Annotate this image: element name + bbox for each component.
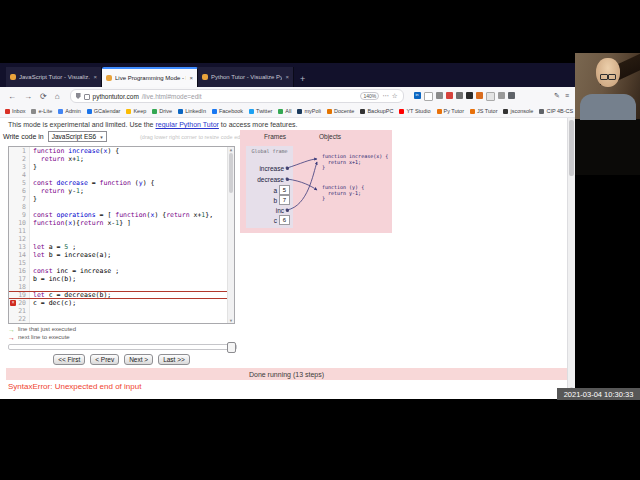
code-line[interactable]: 21 (9, 307, 234, 315)
reload-icon[interactable]: ⟳ (40, 92, 47, 101)
url-bar[interactable]: pythontutor.com /live.html#mode=edit 140… (70, 89, 404, 103)
code-line[interactable]: 17b = inc(b); (9, 275, 234, 283)
bookmark-item[interactable]: Inbox (5, 108, 25, 114)
code-line[interactable]: 6 return y-1; (9, 187, 234, 195)
orange-extension-icon[interactable] (476, 92, 483, 99)
bookmark-label: Docente (334, 108, 355, 114)
code-text (30, 171, 33, 179)
code-editor[interactable]: 1function increase(x) {2 return x+1;3}45… (8, 146, 235, 324)
code-line[interactable]: 11 (9, 227, 234, 235)
bookmark-item[interactable]: All (278, 108, 291, 114)
code-line[interactable]: 5const decrease = function (y) { (9, 179, 234, 187)
bookmark-favicon-icon (327, 109, 332, 114)
screen: JavaScript Tutor - Visualiz...×Live Prog… (0, 0, 640, 480)
code-line[interactable]: 7} (9, 195, 234, 203)
code-token: return (80, 219, 103, 227)
code-line[interactable]: 8 (9, 203, 234, 211)
code-line[interactable]: 22 (9, 315, 234, 323)
step-button[interactable]: < Prev (90, 354, 119, 365)
people-extension-icon[interactable] (508, 92, 515, 99)
language-select[interactable]: JavaScript ES6 ▾ (48, 131, 107, 142)
scroll-up-icon[interactable]: ▲ (228, 147, 234, 152)
tab-close-icon[interactable]: × (285, 74, 289, 80)
pocket-extension-icon[interactable] (446, 92, 453, 99)
editor-scrollbar[interactable]: ▲ ▼ (227, 147, 234, 323)
forward-icon[interactable]: → (24, 92, 32, 101)
bookmark-item[interactable]: Twitter (249, 108, 272, 114)
bookmark-item[interactable]: myPoli (297, 108, 321, 114)
bookmark-item[interactable]: Drive (152, 108, 172, 114)
code-text: } (30, 163, 37, 171)
code-line[interactable]: 15 (9, 259, 234, 267)
code-token: c = dec(c); (33, 299, 76, 307)
browser-tab[interactable]: JavaScript Tutor - Visualiz...× (6, 67, 102, 87)
code-text: b = inc(b); (30, 275, 76, 283)
resize-hint: (drag lower right corner to resize code … (140, 134, 250, 140)
code-line[interactable]: 13let a = 5 ; (9, 243, 234, 251)
circle-extension-icon[interactable] (436, 92, 443, 99)
bookmark-item[interactable]: Docente (327, 108, 355, 114)
page-scroll-thumb[interactable] (569, 120, 574, 176)
step-button[interactable]: Next > (124, 354, 153, 365)
code-line[interactable]: 12 (9, 235, 234, 243)
home-icon[interactable]: ⌂ (55, 92, 60, 101)
screenshot-extension-icon[interactable] (424, 92, 433, 101)
page-actions-icon[interactable]: ⋯ (382, 92, 389, 100)
bookmark-item[interactable]: JS Tutor (470, 108, 497, 114)
linkedin-extension-icon[interactable]: in (414, 92, 421, 99)
code-lines[interactable]: 1function increase(x) {2 return x+1;3}45… (9, 147, 234, 323)
code-line[interactable]: 10function(x){return x-1} ] (9, 219, 234, 227)
line-number: 5 (9, 179, 30, 187)
bookmark-item[interactable]: LinkedIn (178, 108, 206, 114)
step-button[interactable]: << First (53, 354, 85, 365)
bookmark-favicon-icon (470, 109, 475, 114)
light-extension-icon[interactable] (486, 92, 495, 101)
bookmark-label: myPoli (304, 108, 321, 114)
bookmark-item[interactable]: GCalendar (87, 108, 121, 114)
bookmark-favicon-icon (58, 109, 63, 114)
edit-toolbar-icon[interactable]: ✎ (554, 92, 560, 100)
bookmark-star-icon[interactable]: ☆ (392, 92, 398, 100)
editor-scroll-thumb[interactable] (229, 153, 233, 193)
code-line[interactable]: 1function increase(x) { (9, 147, 234, 155)
bookmark-item[interactable]: CIP 4B-CS (539, 108, 573, 114)
tab-close-icon[interactable]: × (93, 74, 97, 80)
tab-close-icon[interactable]: × (189, 75, 193, 81)
browser-tab[interactable]: Live Programming Mode - Pyt...× (102, 67, 198, 87)
syntax-error-message: SyntaxError: Unexpected end of input (8, 382, 141, 391)
code-line[interactable]: 16const inc = increase ; (9, 267, 234, 275)
code-line[interactable]: 20c = dec(c); (9, 299, 234, 307)
code-line[interactable]: 18 (9, 283, 234, 291)
grid-extension-icon[interactable] (498, 92, 505, 99)
code-token: return (41, 155, 64, 163)
code-line[interactable]: 14let b = increase(a); (9, 251, 234, 259)
page-scrollbar[interactable]: ▼ (567, 118, 575, 392)
zoom-level-badge[interactable]: 140% (360, 92, 379, 100)
shield-icon[interactable] (76, 93, 81, 99)
bookmark-item[interactable]: jsconsole (503, 108, 533, 114)
step-button[interactable]: Last >> (158, 354, 190, 365)
bookmark-item[interactable]: BackupPC (360, 108, 393, 114)
bookmark-item[interactable]: e-Lite (31, 108, 52, 114)
hamburger-menu-icon[interactable]: ≡ (565, 92, 569, 100)
code-line[interactable]: 3} (9, 163, 234, 171)
bookmark-item[interactable]: Keep (126, 108, 146, 114)
bookmark-item[interactable]: Admin (58, 108, 81, 114)
back-icon[interactable]: ← (8, 92, 16, 101)
code-line[interactable]: 19let c = decrease(b); (9, 291, 234, 299)
regular-python-tutor-link[interactable]: regular Python Tutor (155, 121, 218, 128)
bookmark-item[interactable]: YT Studio (399, 108, 430, 114)
code-line[interactable]: 2 return x+1; (9, 155, 234, 163)
scroll-down-icon[interactable]: ▼ (228, 318, 234, 323)
dark-extension-icon[interactable] (466, 92, 473, 99)
step-slider-handle[interactable] (227, 342, 236, 353)
step-slider[interactable] (8, 344, 237, 350)
code-line[interactable]: 9const operations = [ function(x) {retur… (9, 211, 234, 219)
bookmark-item[interactable]: Py Tutor (437, 108, 464, 114)
browser-tab[interactable]: Python Tutor - Visualize Pyth...× (198, 67, 294, 87)
code-text: let b = increase(a); (30, 251, 111, 259)
code-line[interactable]: 4 (9, 171, 234, 179)
bookmark-item[interactable]: Facebook (212, 108, 243, 114)
new-tab-button[interactable]: + (300, 74, 305, 84)
gear-extension-icon[interactable] (456, 92, 463, 99)
